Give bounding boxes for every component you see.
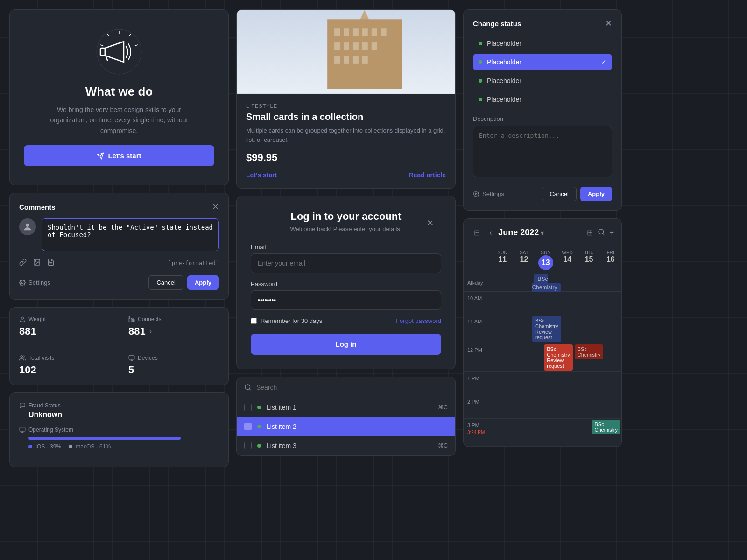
status-option[interactable]: Placeholder [473,91,612,108]
comment-textarea[interactable]: Shouldn't it be the "Active" state inste… [42,218,219,251]
svg-line-40 [249,389,251,390]
forgot-password-button[interactable]: Forgot password [396,317,441,324]
status-cancel-button[interactable]: Cancel [542,187,576,201]
ios-dot [28,445,32,448]
time-12pm: 12 PM [464,343,492,353]
link-icon[interactable] [19,259,27,268]
svg-point-0 [97,29,141,74]
document-icon[interactable] [47,259,55,268]
svg-rect-34 [372,42,377,50]
calendar-add-button[interactable]: + [610,228,614,238]
fraud-os-card: Fraud Status Unknown Operating System iO… [9,392,229,467]
login-card: Log in to your account Welcome back! Ple… [236,196,456,369]
calendar-event[interactable]: BSc ChemistryReview request [544,344,573,371]
svg-line-3 [129,34,131,36]
calendar-event[interactable]: BSc Chemistry [575,344,604,359]
search-icon [598,228,605,236]
search-input[interactable] [256,384,448,391]
email-input[interactable] [251,253,441,273]
total-visits-stat: Total visits 102 [10,346,119,385]
option2-dot [479,60,482,64]
svg-rect-1 [100,48,105,56]
calendar-month-dropdown-button[interactable]: ▾ [541,229,544,237]
status-option[interactable]: Placeholder [473,72,612,89]
calendar-days-header: SUN 11 SAT 12 SUN 13 WED 14 THU 15 [464,246,621,274]
comments-apply-button[interactable]: Apply [187,275,219,290]
svg-rect-12 [129,318,130,322]
comments-close-button[interactable]: ✕ [212,203,219,211]
calendar-prev-button[interactable]: ‹ [486,227,494,239]
lets-start-label: Let's start [108,152,141,160]
calendar-search-button[interactable] [598,228,605,238]
description-textarea[interactable] [473,126,612,177]
article-lets-start-button[interactable]: Let's start [246,171,277,179]
svg-point-11 [21,317,24,320]
connects-arrow[interactable]: › [149,327,152,336]
current-time-label: 3:24 PM [467,430,488,435]
svg-rect-26 [353,28,359,36]
svg-rect-30 [334,42,340,50]
list-item[interactable]: List item 3 ⌘C [237,436,455,455]
svg-point-42 [599,229,604,234]
svg-line-6 [100,45,103,46]
cal-row-11am: 11 AM BSc ChemistryReview request [464,315,621,343]
day-fri-16: FRI 16 [600,246,621,274]
calendar-view-toggle-button[interactable]: ⊞ [587,228,593,238]
gear-icon [19,280,26,286]
remember-checkbox-label[interactable]: Remember for 30 days [251,317,322,324]
calendar-allday-row: All-day BSc Chemistry [464,274,621,292]
status-settings-button[interactable]: Settings [473,190,504,197]
time-10am: 10 AM [464,292,492,301]
svg-point-14 [21,356,23,358]
read-article-button[interactable]: Read article [409,171,446,179]
item1-shortcut: ⌘C [438,404,448,411]
login-close-button[interactable]: ✕ [427,218,434,228]
article-title: Small cards in a collection [246,112,446,122]
lets-start-button[interactable]: Let's start [24,145,214,166]
cal-row-3pm: 3 PM 3:24 PM BSc Chemistry [464,419,621,447]
list-item[interactable]: List item 1 ⌘C [237,398,455,417]
login-button[interactable]: Log in [251,334,441,355]
item2-status-dot [257,425,261,428]
comments-cancel-button[interactable]: Cancel [148,275,183,290]
send-icon [97,152,104,160]
mac-dot [69,445,72,448]
svg-line-5 [107,34,109,36]
megaphone-icon [96,28,142,75]
calendar-event[interactable]: BSc Chemistry [592,420,620,434]
option3-dot [479,79,482,83]
day-sun-13-today[interactable]: SUN 13 [535,246,557,274]
search-list: List item 1 ⌘C List item 2 List item 3 ⌘… [237,398,455,455]
svg-rect-25 [344,28,349,36]
search-card: List item 1 ⌘C List item 2 List item 3 ⌘… [236,377,456,456]
time-3pm: 3 PM 3:24 PM [464,419,492,435]
status-option[interactable]: Placeholder [473,35,612,52]
item3-checkbox[interactable] [244,442,252,449]
fraud-icon [19,402,26,409]
format-hint: `pre-formatted` [169,260,219,266]
connects-icon [128,316,135,322]
status-option-selected[interactable]: Placeholder ✓ [473,54,612,70]
weight-icon [19,316,26,322]
svg-rect-33 [362,42,368,50]
comments-settings-button[interactable]: Settings [19,279,50,286]
svg-rect-15 [129,356,134,359]
image-icon[interactable] [33,259,41,268]
password-input[interactable] [251,290,441,310]
svg-line-4 [135,45,138,46]
os-row: Operating System iOS - 39% macOS - 61% [19,427,219,450]
calendar-panel-toggle-button[interactable]: ⊟ [471,226,483,239]
svg-rect-29 [381,28,387,36]
calendar-card: ⊟ ‹ June 2022 ▾ ⊞ + SUN 11 [463,218,622,447]
status-apply-button[interactable]: Apply [580,187,612,201]
item1-checkbox[interactable] [244,404,252,411]
list-item[interactable]: List item 2 [237,417,455,436]
change-status-close-button[interactable]: ✕ [605,19,612,28]
article-price: $99.95 [246,152,446,164]
calendar-event[interactable]: BSc ChemistryReview request [532,316,561,342]
remember-checkbox[interactable] [251,318,257,324]
item2-checkbox[interactable] [244,423,252,430]
svg-point-41 [475,193,477,195]
option4-label: Placeholder [487,96,521,103]
status-options-list: Placeholder Placeholder ✓ Placeholder Pl… [473,35,612,108]
